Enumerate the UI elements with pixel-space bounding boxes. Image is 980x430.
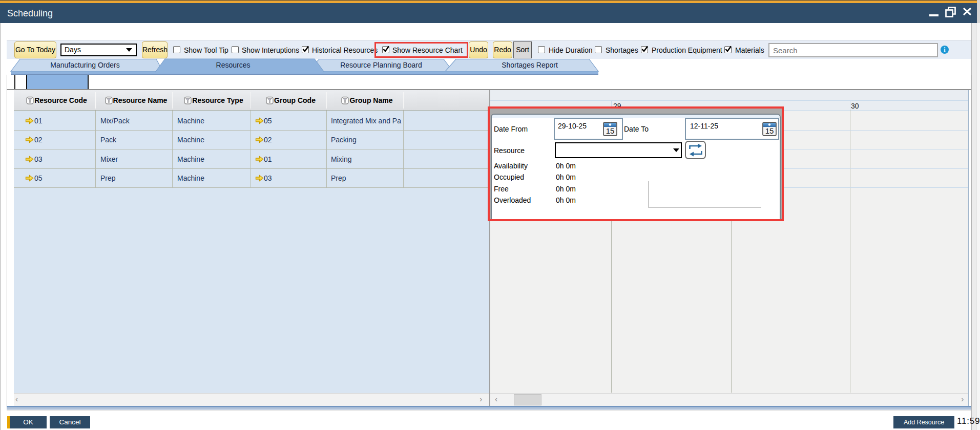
svg-text:15: 15 [765, 126, 774, 135]
svg-text:15: 15 [606, 126, 615, 135]
